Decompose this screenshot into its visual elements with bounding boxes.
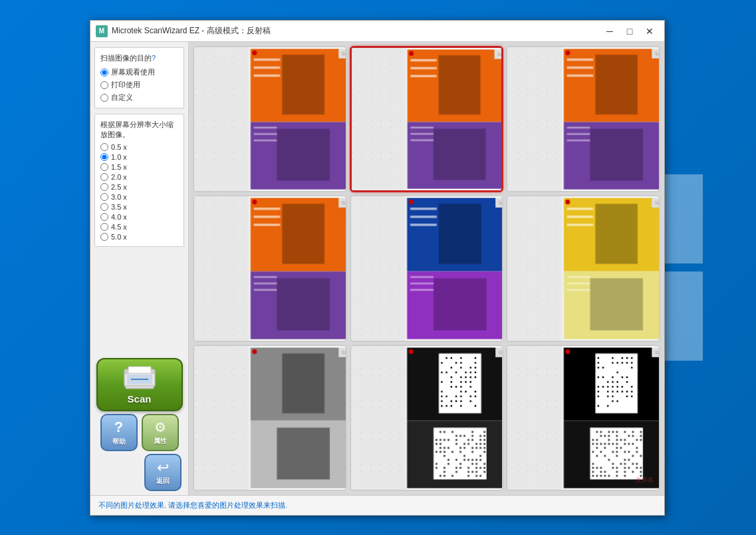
thumbnail-canvas-5 (507, 196, 659, 340)
properties-button[interactable]: ⚙ 属性 (142, 414, 179, 451)
image-cell-4[interactable] (350, 195, 504, 341)
status-bar: 不同的图片处理效果. 请选择您喜爱的图片处理效果来扫描. (90, 495, 664, 515)
thumbnail-canvas-0 (194, 47, 346, 191)
scale-3.5x[interactable]: 3.5 x (100, 203, 178, 211)
status-text: 不同的图片处理效果. 请选择您喜爱的图片处理效果来扫描. (98, 500, 287, 510)
props-label: 属性 (154, 437, 167, 446)
scale-2.0x[interactable]: 2.0 x (100, 173, 178, 181)
scale-1.0x[interactable]: 1.0 x (100, 153, 178, 161)
app-window: M Microtek ScanWizard EZ - 高级模式：反射稿 ─ □ … (90, 20, 665, 516)
thumbnail-canvas-6 (194, 346, 346, 490)
scale-4.0x[interactable]: 4.0 x (100, 213, 178, 221)
thumbnail-canvas-2 (507, 47, 659, 191)
scale-1.5x[interactable]: 1.5 x (100, 163, 178, 171)
scan-purpose-options: 屏幕观看使用 打印使用 自定义 (100, 67, 178, 102)
scan-button[interactable]: Scan (96, 358, 183, 411)
scale-2.5x[interactable]: 2.5 x (100, 183, 178, 191)
image-cell-3[interactable] (193, 195, 347, 341)
minimize-button[interactable]: ─ (600, 25, 619, 38)
main-content: 扫描图像的目的? 屏幕观看使用 打印使用 自定义 根据屏幕分辨率大小缩放图像 (90, 42, 664, 495)
image-cell-1[interactable] (350, 46, 504, 192)
thumbnail-canvas-8 (507, 346, 659, 490)
close-button[interactable]: ✕ (640, 25, 659, 38)
scan-icon (123, 365, 156, 391)
scale-options: 0.5 x 1.0 x 1.5 x 2.0 x 2.5 x (100, 143, 178, 241)
thumbnail-canvas-1 (352, 48, 502, 190)
option-print[interactable]: 打印使用 (100, 80, 178, 90)
scale-box: 根据屏幕分辨率大小缩放图像。 0.5 x 1.0 x 1.5 x 2.0 x (94, 114, 184, 247)
scale-description: 根据屏幕分辨率大小缩放图像。 (100, 120, 178, 139)
left-buttons: Scan ? 帮助 ⚙ 属性 ↩ 返回 (90, 354, 188, 495)
help-link[interactable]: ? (152, 54, 156, 62)
scale-0.5x[interactable]: 0.5 x (100, 143, 178, 151)
image-cell-2[interactable] (506, 46, 660, 192)
back-button[interactable]: ↩ 返回 (144, 454, 182, 491)
thumbnail-canvas-7 (351, 346, 503, 490)
image-cell-5[interactable] (506, 195, 660, 341)
app-icon: M (96, 25, 108, 37)
scale-4.5x[interactable]: 4.5 x (100, 223, 178, 231)
window-controls: ─ □ ✕ (600, 25, 659, 38)
option-custom[interactable]: 自定义 (100, 92, 178, 102)
window-title: Microtek ScanWizard EZ - 高级模式：反射稿 (112, 25, 600, 37)
scan-purpose-box: 扫描图像的目的? 屏幕观看使用 打印使用 自定义 (94, 47, 184, 108)
maximize-button[interactable]: □ (620, 25, 639, 38)
image-cell-8[interactable]: 文件名 (506, 345, 660, 491)
image-cell-7[interactable] (350, 345, 504, 491)
image-cell-0[interactable] (193, 46, 347, 192)
thumbnail-canvas-3 (194, 196, 346, 340)
svg-rect-4 (128, 367, 151, 373)
thumbnail-canvas-4 (351, 196, 503, 340)
image-grid: 文件名 (189, 42, 664, 495)
option-screen[interactable]: 屏幕观看使用 (100, 67, 178, 77)
help-label: 帮助 (112, 437, 126, 446)
bottom-row: ? 帮助 ⚙ 属性 (100, 414, 179, 451)
left-panel: 扫描图像的目的? 屏幕观看使用 打印使用 自定义 根据屏幕分辨率大小缩放图像 (90, 42, 189, 495)
right-panel: 文件名 (189, 42, 664, 495)
back-row: ↩ 返回 (94, 454, 184, 491)
back-label: 返回 (156, 476, 170, 486)
svg-rect-5 (126, 385, 154, 389)
scan-label: Scan (128, 393, 152, 405)
title-bar: M Microtek ScanWizard EZ - 高级模式：反射稿 ─ □ … (90, 21, 664, 42)
scan-purpose-title: 扫描图像的目的? (100, 53, 178, 63)
scale-3.0x[interactable]: 3.0 x (100, 193, 178, 201)
image-cell-6[interactable] (193, 345, 347, 491)
scale-5.0x[interactable]: 5.0 x (100, 233, 178, 241)
help-button[interactable]: ? 帮助 (100, 414, 138, 451)
